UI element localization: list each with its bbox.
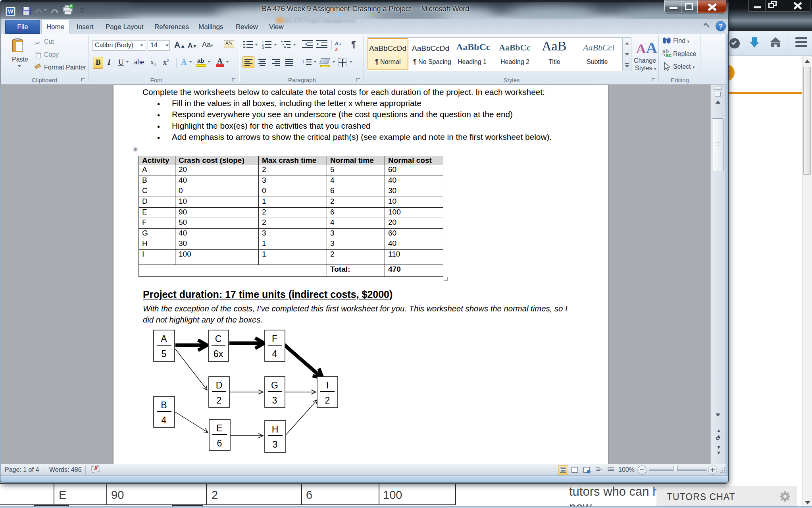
svg-text:6x: 6x [214,349,223,359]
svg-text:I: I [326,380,329,390]
svg-text:4: 4 [162,415,167,425]
svg-text:H: H [272,424,279,435]
svg-text:3: 3 [273,439,278,450]
svg-text:2: 2 [217,395,222,406]
svg-text:4: 4 [272,349,277,359]
svg-text:3: 3 [272,395,277,406]
svg-text:5: 5 [162,349,167,359]
svg-text:6: 6 [217,438,222,448]
svg-text:B: B [161,400,167,410]
svg-text:A: A [161,334,167,344]
svg-text:D: D [216,380,223,390]
svg-text:E: E [216,423,222,433]
svg-text:C: C [215,334,222,344]
svg-text:F: F [272,334,277,344]
svg-text:G: G [271,380,278,390]
svg-text:2: 2 [325,395,330,406]
